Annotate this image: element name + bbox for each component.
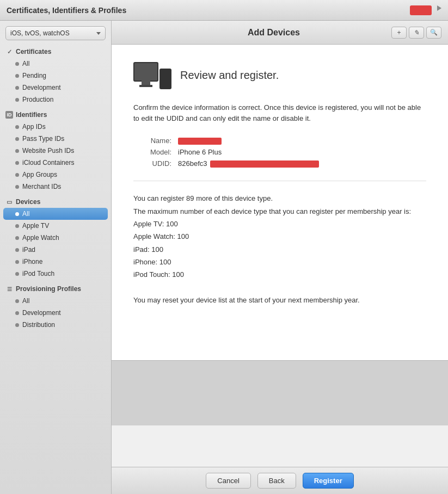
dot-icon xyxy=(15,149,19,153)
reg-apple-watch: Apple Watch: 100 xyxy=(133,230,426,243)
dot-icon xyxy=(15,173,19,177)
sidebar-item-pass-type-ids[interactable]: Pass Type IDs xyxy=(0,133,111,145)
content-scroll: Review and register. Confirm the device … xyxy=(112,45,448,467)
resize-arrow xyxy=(437,5,441,11)
sidebar-item-devices-all[interactable]: All xyxy=(3,208,108,220)
divider xyxy=(133,181,426,181)
cert-icon: ✓ xyxy=(5,48,13,55)
dot-icon xyxy=(15,185,19,189)
content-header: Add Devices + ✎ 🔍 xyxy=(112,21,448,45)
dot-icon xyxy=(15,74,19,78)
dot-icon xyxy=(15,62,19,66)
provisioning-profiles-header: ☰ Provisioning Profiles xyxy=(0,282,111,295)
sidebar-item-icloud-containers[interactable]: iCloud Containers xyxy=(0,157,111,169)
device-info: Name: Model: iPhone 6 Plus UDID: 826befc… xyxy=(133,137,426,168)
device-name-row: Name: xyxy=(133,137,426,145)
reg-ipod-touch: iPod Touch: 100 xyxy=(133,268,426,281)
review-title: Review and register. xyxy=(180,69,279,82)
phone-icon xyxy=(159,69,171,89)
window-title: Certificates, Identifiers & Profiles xyxy=(7,6,441,15)
sidebar: iOS, tvOS, watchOS ✓ Certificates All Pe… xyxy=(0,21,112,494)
reg-reset-note: You may reset your device list at the st… xyxy=(133,294,426,306)
dot-icon xyxy=(15,311,19,315)
header-actions: + ✎ 🔍 xyxy=(391,27,441,39)
content-area: Add Devices + ✎ 🔍 xyxy=(112,21,448,494)
titlebar-controls xyxy=(410,5,441,15)
sidebar-item-website-push-ids[interactable]: Website Push IDs xyxy=(0,145,111,157)
sidebar-item-pp-all[interactable]: All xyxy=(0,295,111,307)
dot-icon xyxy=(15,224,19,228)
device-illustration xyxy=(133,61,171,89)
redacted-udid xyxy=(210,160,319,168)
dot-icon xyxy=(15,98,19,102)
content-panel: Review and register. Confirm the device … xyxy=(112,45,448,360)
sidebar-item-cert-all[interactable]: All xyxy=(0,58,111,70)
reg-iphone: iPhone: 100 xyxy=(133,256,426,268)
reg-ipad: iPad: 100 xyxy=(133,243,426,256)
close-button[interactable] xyxy=(410,5,432,15)
sidebar-item-ipod-touch[interactable]: iPod Touch xyxy=(0,268,111,280)
monitor-base xyxy=(139,85,152,87)
sidebar-item-app-groups[interactable]: App Groups xyxy=(0,169,111,181)
sidebar-item-cert-pending[interactable]: Pending xyxy=(0,70,111,82)
sidebar-item-cert-production[interactable]: Production xyxy=(0,94,111,106)
identifiers-section: ID Identifiers App IDs Pass Type IDs Web… xyxy=(0,108,111,193)
reg-line1: You can register 89 more of this device … xyxy=(133,192,426,205)
sidebar-item-iphone[interactable]: iPhone xyxy=(0,256,111,268)
model-label: Model: xyxy=(133,148,171,156)
platform-dropdown-label: iOS, tvOS, watchOS xyxy=(10,29,93,37)
udid-value: 826befc3 xyxy=(178,159,319,168)
main-layout: iOS, tvOS, watchOS ✓ Certificates All Pe… xyxy=(0,21,448,494)
monitor-stand xyxy=(142,81,150,85)
model-value: iPhone 6 Plus xyxy=(178,148,222,156)
devices-header: ▭ Devices xyxy=(0,195,111,208)
identifiers-header: ID Identifiers xyxy=(0,108,111,121)
device-model-row: Model: iPhone 6 Plus xyxy=(133,148,426,156)
sidebar-item-cert-development[interactable]: Development xyxy=(0,82,111,94)
dot-icon xyxy=(15,86,19,90)
back-button[interactable]: Back xyxy=(257,473,296,489)
sidebar-item-merchant-ids[interactable]: Merchant IDs xyxy=(0,181,111,193)
dot-icon xyxy=(15,125,19,129)
device-udid-row: UDID: 826befc3 xyxy=(133,159,426,168)
reg-apple-tv: Apple TV: 100 xyxy=(133,218,426,230)
edit-button[interactable]: ✎ xyxy=(409,27,424,39)
content-header-title: Add Devices xyxy=(156,28,391,38)
reg-line2: The maximum number of each device type t… xyxy=(133,205,426,218)
certificates-header: ✓ Certificates xyxy=(0,45,111,58)
platform-dropdown[interactable]: iOS, tvOS, watchOS xyxy=(5,26,106,40)
name-label: Name: xyxy=(133,137,171,145)
cancel-button[interactable]: Cancel xyxy=(206,473,250,489)
gray-area xyxy=(112,360,448,425)
monitor-icon xyxy=(133,62,158,82)
sidebar-item-apple-watch[interactable]: Apple Watch xyxy=(0,232,111,244)
dot-icon xyxy=(15,236,19,240)
profile-icon: ☰ xyxy=(5,285,13,293)
sidebar-item-pp-development[interactable]: Development xyxy=(0,307,111,319)
dot-icon xyxy=(15,137,19,141)
sidebar-item-apple-tv[interactable]: Apple TV xyxy=(0,220,111,232)
certificates-section: ✓ Certificates All Pending Development P… xyxy=(0,45,111,106)
review-description: Confirm the device information is correc… xyxy=(133,102,426,124)
devices-section: ▭ Devices All Apple TV Apple Watch iPad xyxy=(0,195,111,280)
name-value xyxy=(178,137,222,145)
sidebar-item-ipad[interactable]: iPad xyxy=(0,244,111,256)
search-button[interactable]: 🔍 xyxy=(426,27,441,39)
register-button[interactable]: Register xyxy=(303,473,354,489)
footer-bar: Cancel Back Register xyxy=(112,467,448,494)
sidebar-item-pp-distribution[interactable]: Distribution xyxy=(0,319,111,331)
udid-label: UDID: xyxy=(133,159,171,168)
redacted-name xyxy=(178,138,222,145)
dot-icon xyxy=(15,161,19,165)
id-icon: ID xyxy=(5,111,13,119)
dot-icon xyxy=(15,299,19,303)
titlebar: Certificates, Identifiers & Profiles xyxy=(0,0,448,21)
dot-icon xyxy=(15,323,19,327)
dot-icon xyxy=(15,212,19,216)
add-button[interactable]: + xyxy=(391,27,407,39)
registration-info: You can register 89 more of this device … xyxy=(133,192,426,307)
dropdown-arrow-icon xyxy=(96,32,101,35)
devices-icon: ▭ xyxy=(5,198,13,206)
sidebar-item-app-ids[interactable]: App IDs xyxy=(0,121,111,133)
dot-icon xyxy=(15,248,19,252)
